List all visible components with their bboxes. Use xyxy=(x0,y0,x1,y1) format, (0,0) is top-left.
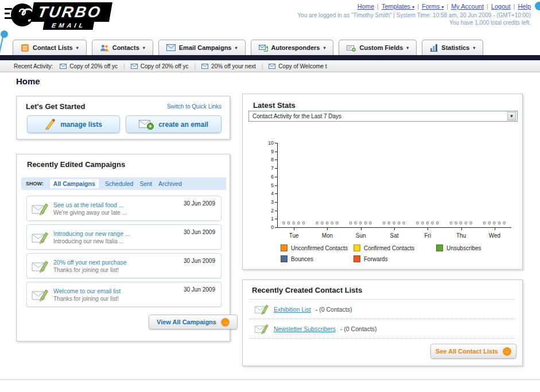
see-all-contact-lists-button[interactable]: See All Contact Lists → xyxy=(430,344,516,359)
chart-y-tick xyxy=(275,168,277,169)
chevron-down-icon: ▾ xyxy=(143,45,145,51)
filter-all-campaigns[interactable]: All Campaigns xyxy=(50,179,99,188)
recent-activity-item[interactable]: Copy of 20% off yc xyxy=(131,63,189,69)
chart-y-tick xyxy=(275,143,277,143)
top-link-my-account[interactable]: My Account xyxy=(451,3,484,10)
nav-tab-contacts[interactable]: Contacts ▾ xyxy=(92,40,153,55)
envelope-pencil-icon xyxy=(32,288,49,302)
filter-sent[interactable]: Sent xyxy=(139,180,152,187)
chevron-down-icon: ▾ xyxy=(473,45,475,51)
chart-value-labels: 0 0 0 0 0 xyxy=(479,220,511,226)
separator xyxy=(414,3,422,10)
campaign-row: Introducing our new range ...Introducing… xyxy=(26,224,222,250)
recently-edited-campaigns-panel: Recently Edited Campaigns SHOW: All Camp… xyxy=(16,154,230,341)
legend-item: Forwards xyxy=(353,255,436,262)
nav-tab-label: Autoresponders xyxy=(271,44,320,51)
separator xyxy=(118,63,131,69)
nav-tab-custom-fields[interactable]: Custom Fields ▾ xyxy=(339,40,417,55)
campaign-date: 30 Jun 2009 xyxy=(184,286,215,293)
legend-label: Unsubscribes xyxy=(446,245,481,251)
chart-x-tick xyxy=(461,228,462,230)
nav-tab-autoresponders[interactable]: Autoresponders ▾ xyxy=(251,40,334,55)
button-label: See All Contact Lists xyxy=(436,348,498,355)
envelope-pencil-icon xyxy=(32,201,49,216)
legend-swatch xyxy=(436,244,443,251)
legend-swatch xyxy=(353,255,360,262)
separator xyxy=(511,3,518,10)
separator xyxy=(256,63,269,69)
chart-x-tick-label: Thu xyxy=(446,232,476,239)
top-link-home[interactable]: Home xyxy=(358,3,374,10)
recent-activity-item[interactable]: Copy of 20% off yc xyxy=(60,63,118,69)
logo-title: TURBO xyxy=(30,2,112,22)
top-link-forms[interactable]: Forms ▾ xyxy=(422,3,444,10)
select-arrow-icon: ▼ xyxy=(507,112,516,121)
chart-x-tick-label: Wed xyxy=(480,232,510,239)
activity-item-label: Copy of 20% off yc xyxy=(69,63,118,69)
email-campaigns-icon xyxy=(166,44,176,51)
legend-item: Bounces xyxy=(281,255,353,262)
contact-activity-chart: 012345678910Tue0 0 0 0 0Mon0 0 0 0 0Sun0… xyxy=(243,129,523,243)
envelope-pencil-icon xyxy=(254,303,269,315)
stats-period-select[interactable]: Contact Activity for the Last 7 Days ▼ xyxy=(248,111,518,122)
chart-y-tick xyxy=(275,193,277,194)
chart-value-labels: 0 0 0 0 0 xyxy=(345,220,377,226)
envelope-icon xyxy=(201,64,208,69)
activity-item-label: Copy of 20% off yc xyxy=(141,63,189,69)
activity-item-label: Copy of Welcome t xyxy=(278,63,327,69)
chart-y-tick-label: 8 xyxy=(261,157,274,162)
autoresponders-icon xyxy=(259,44,268,52)
envelope-pencil-icon xyxy=(254,323,269,335)
main-nav: Contact Lists ▾ Contacts ▾ Email Campaig… xyxy=(0,38,540,55)
nav-tab-email-campaigns[interactable]: Email Campaigns ▾ xyxy=(158,40,246,55)
chart-y-tick-label: 2 xyxy=(261,208,274,214)
recent-activity-item[interactable]: 20% off your next xyxy=(201,63,256,69)
campaign-title-link[interactable]: 20% off your next purchase xyxy=(53,259,179,266)
chart-value-labels: 0 0 0 0 0 xyxy=(411,220,444,226)
chart-x-tick xyxy=(495,228,495,230)
legend-label: Bounces xyxy=(291,256,313,262)
contact-list-link[interactable]: Newsletter Subscribers xyxy=(274,325,336,332)
contact-lists-icon xyxy=(21,44,29,52)
legend-swatch xyxy=(281,255,288,262)
chart-x-tick xyxy=(294,228,294,230)
filter-scheduled[interactable]: Scheduled xyxy=(105,180,134,187)
chart-x-tick xyxy=(327,228,328,230)
button-label: View All Campaigns xyxy=(157,319,216,325)
campaign-subtitle: We're giving away our late ... xyxy=(53,209,179,216)
campaign-row: See us at the retail food ...We're givin… xyxy=(26,196,222,221)
page-title: Home xyxy=(16,76,40,86)
campaign-title-link[interactable]: Introducing our new range ... xyxy=(53,230,179,237)
chart-y-tick-label: 10 xyxy=(261,140,274,146)
legend-item: Unconfirmed Contacts xyxy=(281,244,353,251)
switch-quick-links-link[interactable]: Switch to Quick Links xyxy=(167,103,222,110)
filter-archived[interactable]: Archived xyxy=(158,180,182,187)
contact-list-detail: - (0 Contacts) xyxy=(316,306,352,313)
top-link-templates[interactable]: Templates ▾ xyxy=(382,3,414,10)
manage-lists-button[interactable]: manage lists xyxy=(27,115,120,133)
nav-tab-label: Contact Lists xyxy=(33,44,73,51)
contact-list-link[interactable]: Exhibition List xyxy=(274,306,311,313)
view-all-campaigns-button[interactable]: View All Campaigns → xyxy=(149,315,238,329)
campaign-filter-bar: SHOW: All Campaigns Scheduled Sent Archi… xyxy=(21,177,226,190)
chevron-down-icon: ▾ xyxy=(406,45,409,51)
separator xyxy=(444,3,451,10)
top-link-logout[interactable]: Logout xyxy=(491,3,511,10)
campaign-title-link[interactable]: Welcome to our email list xyxy=(53,288,179,294)
chart-y-tick xyxy=(275,211,277,211)
statistics-icon xyxy=(430,44,438,52)
legend-label: Confirmed Contacts xyxy=(364,245,414,251)
nav-tab-statistics[interactable]: Statistics ▾ xyxy=(422,40,483,55)
nav-tab-contact-lists[interactable]: Contact Lists ▾ xyxy=(13,40,87,55)
lists-panel-title: Recently Created Contact Lists xyxy=(252,286,522,294)
activity-item-label: 20% off your next xyxy=(211,63,256,69)
campaign-title-link[interactable]: See us at the retail food ... xyxy=(53,201,179,208)
campaign-subtitle: Introducing our new Italia ... xyxy=(53,238,179,244)
create-email-button[interactable]: create an email xyxy=(126,115,222,133)
envelope-icon xyxy=(269,64,275,69)
recent-activity-item[interactable]: Copy of Welcome t xyxy=(269,63,327,69)
chart-y-tick xyxy=(275,152,277,152)
top-link-help[interactable]: Help xyxy=(518,3,531,10)
chart-legend: Unconfirmed Contacts Confirmed Contacts … xyxy=(281,244,481,262)
legend-swatch xyxy=(281,244,288,251)
